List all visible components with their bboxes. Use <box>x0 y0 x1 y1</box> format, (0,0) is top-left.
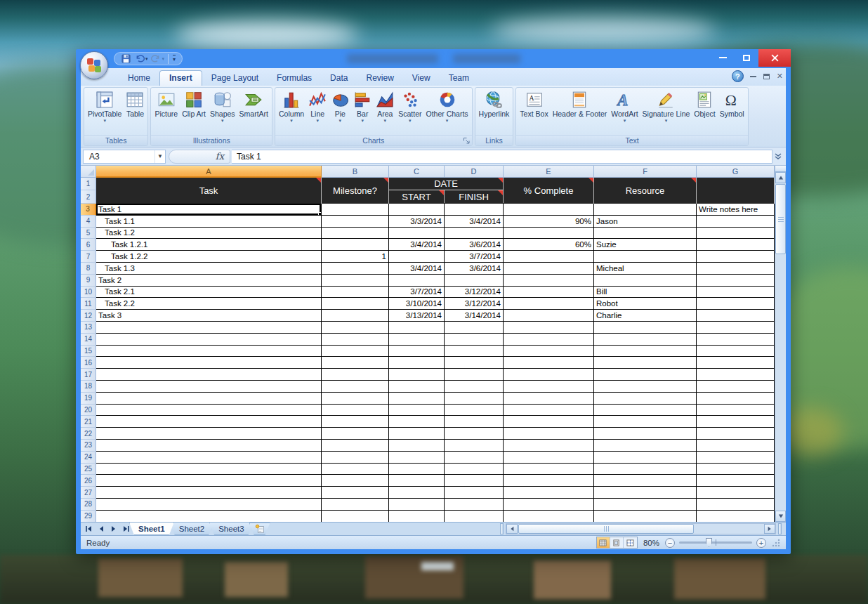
cell-D23[interactable] <box>445 440 504 452</box>
cell-E10[interactable] <box>504 287 594 298</box>
row-header-29[interactable]: 29 <box>81 511 96 522</box>
tab-team[interactable]: Team <box>440 71 478 86</box>
cell-G15[interactable] <box>697 346 775 357</box>
row-header-27[interactable]: 27 <box>81 487 96 499</box>
symbol-button[interactable]: ΩSymbol <box>718 89 747 135</box>
sheet-tab-sheet1[interactable]: Sheet1 <box>129 523 174 535</box>
column-header-F[interactable]: F <box>594 166 697 178</box>
cell-G23[interactable] <box>697 440 775 452</box>
cell-G5[interactable] <box>697 228 775 239</box>
row-header-4[interactable]: 4 <box>81 216 96 228</box>
cell-E11[interactable] <box>504 298 594 310</box>
row-header-16[interactable]: 16 <box>81 357 96 369</box>
cell-F12[interactable]: Charlie <box>594 310 697 322</box>
window-titlebar[interactable] <box>76 49 791 68</box>
cell-G14[interactable] <box>697 334 775 346</box>
cell-C10[interactable]: 3/7/2014 <box>389 287 445 298</box>
cell-E25[interactable] <box>504 464 594 475</box>
object-button[interactable]: Object <box>692 89 717 135</box>
cell-E13[interactable] <box>504 322 594 334</box>
cell-D12[interactable]: 3/14/2014 <box>445 310 504 322</box>
cell-G19[interactable] <box>697 393 775 405</box>
cell-E22[interactable] <box>504 428 594 440</box>
clip-art-button[interactable]: Clip Art <box>180 89 208 135</box>
cell-B22[interactable] <box>322 428 389 440</box>
header-cell-notes[interactable] <box>697 178 775 204</box>
header-cell-date[interactable]: DATE <box>389 178 504 190</box>
row-header-5[interactable]: 5 <box>81 228 96 239</box>
cell-D29[interactable] <box>445 511 504 522</box>
column-header-D[interactable]: D <box>445 166 504 178</box>
header-footer-button[interactable]: Header & Footer <box>551 89 610 135</box>
sheet-tab-sheet2[interactable]: Sheet2 <box>170 523 213 535</box>
cell-D4[interactable]: 3/4/2014 <box>445 216 504 228</box>
cell-D14[interactable] <box>445 334 504 346</box>
cell-B12[interactable] <box>322 310 389 322</box>
save-button[interactable] <box>120 53 132 65</box>
cell-F19[interactable] <box>594 393 697 405</box>
column-header-B[interactable]: B <box>322 166 389 178</box>
cell-A25[interactable] <box>96 464 322 475</box>
page-layout-view-button[interactable] <box>610 537 624 548</box>
next-sheet-button[interactable] <box>108 524 119 534</box>
wordart-button[interactable]: AWordArt▾ <box>609 89 640 135</box>
tab-page-layout[interactable]: Page Layout <box>202 71 268 86</box>
cell-C11[interactable]: 3/10/2014 <box>389 298 445 310</box>
cell-E14[interactable] <box>504 334 594 346</box>
cell-G7[interactable] <box>697 251 775 263</box>
formula-input[interactable]: Task 1 <box>232 150 772 164</box>
cell-G11[interactable] <box>697 298 775 310</box>
cell-G3[interactable]: Write notes here <box>697 204 775 216</box>
cell-G13[interactable] <box>697 322 775 334</box>
cell-A20[interactable] <box>96 405 322 416</box>
first-sheet-button[interactable] <box>83 524 93 534</box>
scrollbar-resize-handle[interactable] <box>778 523 782 534</box>
row-header-13[interactable]: 13 <box>81 322 96 334</box>
dropdown-arrow-icon[interactable]: ▾ <box>446 119 449 123</box>
smartart-button[interactable]: SmartArt <box>237 89 270 135</box>
tab-view[interactable]: View <box>403 71 440 86</box>
workbook-restore-icon[interactable] <box>763 74 770 79</box>
cell-A11[interactable]: Task 2.2 <box>96 298 322 310</box>
redo-button[interactable]: ▾ <box>150 53 166 65</box>
split-handle[interactable] <box>775 166 786 172</box>
cell-C15[interactable] <box>389 346 445 357</box>
cell-E8[interactable] <box>504 263 594 275</box>
cell-B15[interactable] <box>322 346 389 357</box>
insert-function-button[interactable]: fx <box>169 150 230 164</box>
area-button[interactable]: Area▾ <box>374 89 396 135</box>
cell-F29[interactable] <box>594 511 697 522</box>
row-header-10[interactable]: 10 <box>81 287 96 298</box>
workbook-close-icon[interactable]: ✕ <box>777 72 783 81</box>
cell-C29[interactable] <box>389 511 445 522</box>
cell-F26[interactable] <box>594 475 697 487</box>
cell-B5[interactable] <box>322 228 389 239</box>
cell-E26[interactable] <box>504 475 594 487</box>
cell-F6[interactable]: Suzie <box>594 239 697 251</box>
row-header-28[interactable]: 28 <box>81 499 96 511</box>
cell-C4[interactable]: 3/3/2014 <box>389 216 445 228</box>
cell-B28[interactable] <box>322 499 389 511</box>
cell-A10[interactable]: Task 2.1 <box>96 287 322 298</box>
page-break-view-button[interactable] <box>624 537 637 548</box>
row-header-8[interactable]: 8 <box>81 263 96 275</box>
cell-A3[interactable]: Task 1 <box>96 204 322 216</box>
cell-A5[interactable]: Task 1.2 <box>96 228 322 239</box>
row-header-6[interactable]: 6 <box>81 239 96 251</box>
dropdown-arrow-icon[interactable]: ▾ <box>103 119 106 123</box>
cell-C19[interactable] <box>389 393 445 405</box>
cell-G9[interactable] <box>697 275 775 287</box>
cell-E29[interactable] <box>504 511 594 522</box>
cell-B7[interactable]: 1 <box>322 251 389 263</box>
cell-B24[interactable] <box>322 452 389 464</box>
bar-button[interactable]: Bar▾ <box>351 89 374 135</box>
maximize-button[interactable] <box>735 50 758 65</box>
dropdown-arrow-icon[interactable]: ▾ <box>361 119 364 123</box>
tab-home[interactable]: Home <box>119 71 159 86</box>
cell-G27[interactable] <box>697 487 775 499</box>
cell-A4[interactable]: Task 1.1 <box>96 216 322 228</box>
cell-C6[interactable]: 3/4/2014 <box>389 239 445 251</box>
dropdown-arrow-icon[interactable]: ▾ <box>221 119 224 123</box>
cell-E16[interactable] <box>504 357 594 369</box>
row-header-17[interactable]: 17 <box>81 369 96 381</box>
